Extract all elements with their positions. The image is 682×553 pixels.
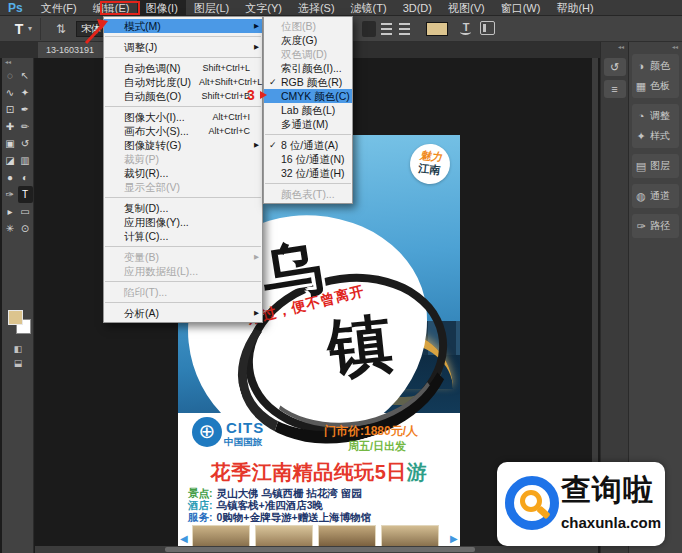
type-tool-icon[interactable]: T — [8, 19, 30, 39]
marquee-tool[interactable]: ◌ — [3, 67, 18, 84]
lasso-tool[interactable]: ∿ — [3, 84, 18, 101]
menu-item-canvas-size[interactable]: 画布大小(S)... Alt+Ctrl+C — [104, 124, 262, 138]
calligraphy-char-zhen: 镇 — [324, 300, 397, 393]
menu-item-auto-tone[interactable]: 自动色调(N) Shift+Ctrl+L — [104, 61, 262, 75]
poster-title-main: 花季江南精品纯玩5日 — [211, 461, 407, 483]
horizontal-scrollbar[interactable] — [35, 546, 592, 553]
menu-item-adjustments[interactable]: 调整(J) ▶ — [104, 40, 262, 54]
align-left-icon[interactable] — [362, 21, 376, 37]
menubar-item-type[interactable]: 文字(Y) — [237, 0, 290, 16]
menubar-item-view[interactable]: 视图(V) — [440, 0, 493, 16]
menubar-item-select[interactable]: 选择(S) — [290, 0, 343, 16]
pen-tool[interactable]: ✑ — [3, 186, 18, 203]
poster-departure: 周五/日出发 — [348, 439, 406, 454]
menu-item-reveal-all: 显示全部(V) — [104, 180, 262, 194]
menubar-item-layer[interactable]: 图层(L) — [186, 0, 237, 16]
layers-panel-button[interactable]: ▤ 图层 — [632, 156, 679, 176]
scrollbar-thumb[interactable] — [165, 547, 475, 552]
hand-tool[interactable]: ✳ — [3, 220, 18, 237]
menu-item-label: Lab 颜色(L) — [281, 103, 335, 117]
gradient-tool[interactable]: ▥ — [18, 152, 33, 169]
submenu-item-cmyk-color[interactable]: CMYK 颜色(C) — [264, 89, 352, 103]
menu-item-apply-data-set: 应用数据组(L)... — [104, 264, 262, 278]
brush-tool[interactable]: ✏ — [18, 118, 33, 135]
dock-group-layers: ▤ 图层 — [632, 154, 679, 178]
dodge-tool[interactable]: ◐ — [18, 169, 33, 186]
submenu-item-16bit-channel[interactable]: 16 位/通道(N) — [264, 152, 352, 166]
submenu-item-duotone: 双色调(D) — [264, 47, 352, 61]
eyedropper-tool[interactable]: ✒ — [18, 101, 33, 118]
submenu-item-rgb-color[interactable]: ✓ RGB 颜色(R) — [264, 75, 352, 89]
menu-item-mode[interactable]: 模式(M) ▶ — [104, 19, 262, 33]
menu-item-label: 颜色表(T)... — [281, 187, 335, 201]
submenu-item-multichannel[interactable]: 多通道(M) — [264, 117, 352, 131]
submenu-item-indexed-color[interactable]: 索引颜色(I)... — [264, 61, 352, 75]
menu-item-apply-image[interactable]: 应用图像(Y)... — [104, 215, 262, 229]
menubar-item-window[interactable]: 窗口(W) — [493, 0, 549, 16]
healing-brush-tool[interactable]: ✚ — [3, 118, 18, 135]
menu-shortcut: Alt+Ctrl+I — [204, 110, 250, 124]
menu-item-trap: 陷印(T)... — [104, 285, 262, 299]
menubar-item-filter[interactable]: 滤镜(T) — [343, 0, 395, 16]
toolbar-collapse-icon[interactable]: ◂◂ — [2, 58, 33, 67]
menu-separator — [105, 36, 261, 37]
menu-item-label: 索引颜色(I)... — [281, 61, 342, 75]
history-brush-tool[interactable]: ↺ — [18, 135, 33, 152]
quick-selection-tool[interactable]: ✦ — [18, 84, 33, 101]
quick-mask-icon[interactable]: ◧ — [2, 342, 34, 356]
align-center-icon[interactable] — [380, 21, 394, 37]
menubar-item-file[interactable]: 文件(F) — [33, 0, 85, 16]
info-text: 乌镇客栈+准四酒店3晚 — [217, 499, 323, 511]
type-tool[interactable]: T — [18, 186, 33, 203]
eraser-tool[interactable]: ◪ — [3, 152, 18, 169]
foreground-color-swatch[interactable] — [8, 310, 23, 325]
info-label: 景点: — [188, 487, 213, 499]
layers-panel-icon: ▤ — [632, 160, 650, 173]
text-orientation-icon[interactable]: ⇅ — [52, 20, 70, 38]
info-label: 服务: — [188, 511, 213, 523]
channels-panel-button[interactable]: ◍ 通道 — [632, 186, 679, 206]
toggle-panels-icon[interactable] — [480, 21, 495, 35]
menubar-item-image[interactable]: 图像(I) — [137, 0, 185, 16]
text-color-swatch[interactable] — [426, 22, 448, 36]
screen-mode-icon[interactable]: ⬓ — [2, 356, 34, 370]
info-label: 酒店: — [188, 499, 213, 511]
menubar-item-3d[interactable]: 3D(D) — [395, 0, 440, 16]
color-panel-button[interactable]: ◑ 颜色 — [632, 56, 679, 76]
menu-item-image-rotation[interactable]: 图像旋转(G) ▶ — [104, 138, 262, 152]
dock-collapse-icon[interactable]: ◂◂ — [601, 42, 628, 54]
move-tool[interactable]: ↖ — [18, 67, 33, 84]
menu-item-analysis[interactable]: 分析(A) ▶ — [104, 306, 262, 320]
menu-item-label: 灰度(G) — [281, 33, 317, 47]
clone-stamp-tool[interactable]: ▣ — [3, 135, 18, 152]
warp-text-icon[interactable]: T — [458, 20, 474, 36]
adjustments-panel-button[interactable]: ◔ 调整 — [632, 106, 679, 126]
history-panel-button[interactable]: ↺ — [604, 58, 626, 76]
swatches-panel-button[interactable]: ▦ 色板 — [632, 76, 679, 96]
styles-panel-button[interactable]: ✦ 样式 — [632, 126, 679, 146]
align-right-icon[interactable] — [398, 21, 412, 37]
submenu-item-lab-color[interactable]: Lab 颜色(L) — [264, 103, 352, 117]
photoshop-logo: Ps — [8, 1, 23, 15]
submenu-item-8bit-channel[interactable]: ✓ 8 位/通道(A) — [264, 138, 352, 152]
properties-panel-button[interactable]: ≡ — [604, 80, 626, 98]
paths-panel-button[interactable]: ✑ 路径 — [632, 216, 679, 236]
dock-collapse-icon[interactable]: ◂◂ — [629, 42, 682, 54]
submenu-item-grayscale[interactable]: 灰度(G) — [264, 33, 352, 47]
menu-item-auto-color[interactable]: 自动颜色(O) Shift+Ctrl+B — [104, 89, 262, 103]
menubar-item-help[interactable]: 帮助(H) — [548, 0, 601, 16]
menu-item-label: 陷印(T)... — [124, 285, 167, 299]
crop-tool[interactable]: ⊡ — [3, 101, 18, 118]
path-selection-tool[interactable]: ▸ — [3, 203, 18, 220]
menu-item-trim[interactable]: 裁切(R)... — [104, 166, 262, 180]
zoom-tool[interactable]: ⊙ — [18, 220, 33, 237]
dock-group-paths: ✑ 路径 — [632, 214, 679, 238]
chevron-down-icon[interactable]: ▾ — [28, 24, 32, 33]
menu-item-image-size[interactable]: 图像大小(I)... Alt+Ctrl+I — [104, 110, 262, 124]
menu-item-duplicate[interactable]: 复制(D)... — [104, 201, 262, 215]
menu-item-calculations[interactable]: 计算(C)... — [104, 229, 262, 243]
shape-tool[interactable]: ▭ — [18, 203, 33, 220]
submenu-item-32bit-channel[interactable]: 32 位/通道(H) — [264, 166, 352, 180]
menu-item-auto-contrast[interactable]: 自动对比度(U) Alt+Shift+Ctrl+L — [104, 75, 262, 89]
blur-tool[interactable]: ● — [3, 169, 18, 186]
